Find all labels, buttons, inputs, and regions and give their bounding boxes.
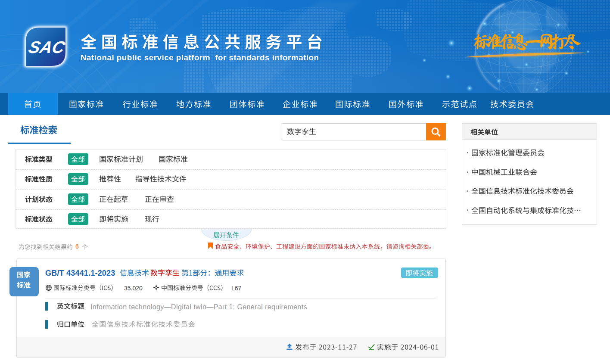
svg-text:SAC: SAC: [27, 38, 68, 56]
